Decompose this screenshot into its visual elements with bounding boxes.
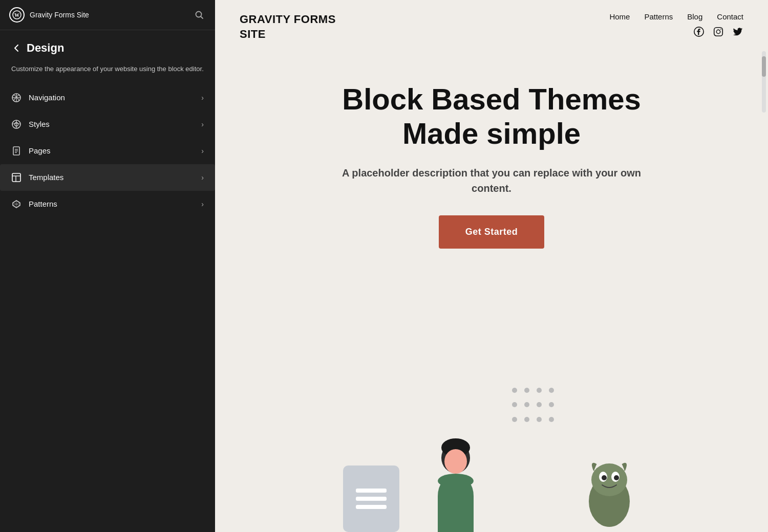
- pages-chevron: ›: [201, 147, 204, 155]
- sidebar-topbar: W Gravity Forms Site: [0, 0, 215, 30]
- styles-icon: [11, 119, 22, 129]
- back-button[interactable]: [11, 43, 22, 53]
- templates-chevron: ›: [201, 173, 204, 182]
- site-nav-right: Home Patterns Blog Contact: [609, 12, 743, 37]
- illus-person: [420, 430, 492, 532]
- scrollbar-thumb: [762, 56, 766, 77]
- sidebar-section-header: Design: [0, 30, 215, 60]
- sidebar-item-styles[interactable]: Styles ›: [0, 111, 215, 138]
- sidebar-item-navigation[interactable]: Navigation ›: [0, 84, 215, 111]
- templates-label: Templates: [29, 173, 194, 182]
- doc-line-2: [356, 497, 387, 501]
- dot: [537, 417, 542, 422]
- site-header: GRAVITY FORMSSITE Home Patterns Blog Con…: [215, 0, 768, 52]
- sidebar: W Gravity Forms Site Design Customize th…: [0, 0, 215, 532]
- twitter-icon: [732, 26, 743, 37]
- site-preview: GRAVITY FORMSSITE Home Patterns Blog Con…: [215, 0, 768, 532]
- illustration-row: [215, 274, 768, 532]
- nav-link-blog[interactable]: Blog: [687, 12, 702, 21]
- site-brand: GRAVITY FORMSSITE: [240, 12, 336, 41]
- sidebar-item-templates[interactable]: Templates ›: [0, 164, 215, 191]
- dot: [524, 402, 529, 407]
- hero-title: Block Based ThemesMade simple: [256, 82, 727, 150]
- preview-scrollbar[interactable]: [762, 51, 766, 113]
- nav-link-contact[interactable]: Contact: [717, 12, 743, 21]
- svg-point-28: [602, 475, 607, 480]
- dot: [512, 417, 517, 422]
- search-icon: [195, 10, 204, 19]
- hero-description: A placeholder description that you can r…: [328, 165, 655, 196]
- navigation-chevron: ›: [201, 94, 204, 102]
- patterns-chevron: ›: [201, 200, 204, 208]
- person-svg: [420, 430, 492, 532]
- pages-label: Pages: [29, 146, 194, 155]
- illus-monster: [579, 450, 640, 532]
- monster-svg: [579, 450, 640, 532]
- illus-doc-card: [343, 465, 399, 532]
- illus-dots: [512, 388, 558, 429]
- sidebar-item-pages[interactable]: Pages ›: [0, 138, 215, 164]
- nav-link-patterns[interactable]: Patterns: [644, 12, 673, 21]
- navigation-label: Navigation: [29, 93, 194, 102]
- back-icon: [11, 43, 22, 53]
- site-social-icons: [693, 26, 743, 37]
- styles-chevron: ›: [201, 120, 204, 128]
- section-title: Design: [27, 41, 64, 55]
- hero-cta-button[interactable]: Get Started: [439, 215, 545, 249]
- svg-point-2: [196, 12, 202, 17]
- svg-point-22: [444, 449, 467, 474]
- site-hero: Block Based ThemesMade simple A placehol…: [215, 52, 768, 274]
- doc-line-3: [356, 505, 387, 509]
- svg-point-23: [438, 474, 474, 488]
- svg-point-29: [614, 475, 619, 480]
- dot: [512, 388, 517, 393]
- sidebar-navigation: Navigation › Styles ›: [0, 84, 215, 217]
- wp-logo: W: [9, 7, 25, 23]
- svg-rect-13: [12, 173, 20, 182]
- patterns-label: Patterns: [29, 199, 194, 208]
- dot: [549, 388, 554, 393]
- doc-line-1: [356, 489, 387, 493]
- site-title-label: Gravity Forms Site: [30, 11, 187, 19]
- svg-rect-17: [714, 28, 723, 36]
- navigation-icon: [11, 93, 22, 103]
- sidebar-description: Customize the appearance of your website…: [0, 60, 215, 84]
- dot: [524, 417, 529, 422]
- search-button[interactable]: [193, 8, 206, 21]
- preview-area: GRAVITY FORMSSITE Home Patterns Blog Con…: [215, 0, 768, 532]
- facebook-icon: [693, 26, 705, 37]
- svg-point-18: [716, 30, 720, 33]
- nav-link-home[interactable]: Home: [609, 12, 630, 21]
- instagram-icon: [713, 26, 724, 37]
- dot: [512, 402, 517, 407]
- dot: [537, 388, 542, 393]
- sidebar-item-patterns[interactable]: Patterns ›: [0, 191, 215, 217]
- svg-point-19: [720, 29, 721, 30]
- pages-icon: [11, 146, 22, 156]
- svg-line-3: [201, 17, 203, 19]
- dot: [549, 417, 554, 422]
- patterns-icon: [11, 199, 22, 209]
- styles-label: Styles: [29, 120, 194, 128]
- dot: [549, 402, 554, 407]
- svg-point-25: [591, 463, 627, 496]
- svg-text:W: W: [14, 12, 19, 18]
- dot: [524, 388, 529, 393]
- dot: [537, 402, 542, 407]
- templates-icon: [11, 172, 22, 183]
- site-nav-links: Home Patterns Blog Contact: [609, 12, 743, 21]
